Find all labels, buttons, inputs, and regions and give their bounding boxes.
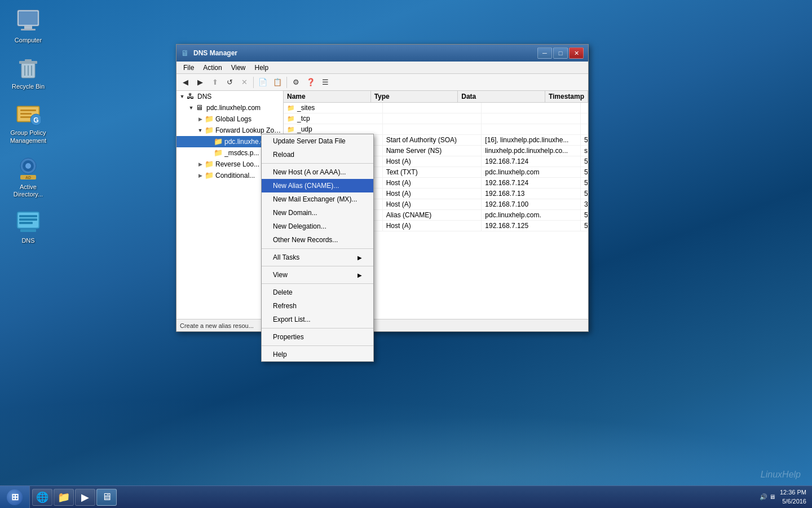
desktop-icons: Computer Recycle Bin [6,6,51,247]
dns-label: DNS [21,237,34,244]
ctx-view[interactable]: View ▶ [262,268,373,282]
a2-ts: 5/6/2016 1 [581,178,588,188]
pdc-zone-icon: 📁 [214,137,223,146]
dns-folder-icon: 🖧 [187,92,196,101]
window-title: DNS Manager [193,49,534,57]
tree-item-global-logs[interactable]: ▶ 📁 Global Logs [176,113,283,125]
ctx-sep5 [262,328,373,329]
group-policy-label: Group Policy Management [8,129,48,144]
pdc-server-icon: 🖥 [196,103,205,112]
taskbar-dns-mgr[interactable]: 🖥 [96,489,117,506]
explorer-icon: 📁 [58,491,70,503]
menu-action[interactable]: Action [198,62,226,73]
ctx-properties[interactable]: Properties [262,330,373,344]
reverse-icon: 📁 [205,160,214,169]
computer-icon[interactable]: Computer [6,6,51,46]
tree-global-logs-label: Global Logs [215,115,251,123]
toolbar-export[interactable]: 📄 [256,76,270,89]
taskbar-buttons: 🌐 📁 ▶ 🖥 [30,486,119,508]
udp-type [383,124,482,134]
tree-item-pdc[interactable]: ▼ 🖥 pdc.linuxhelp.com [176,102,283,113]
ctx-other-records[interactable]: Other New Records... [262,233,373,247]
svg-rect-24 [19,215,37,217]
ctx-new-host[interactable]: New Host (A or AAAA)... [262,165,373,179]
menu-help[interactable]: Help [250,62,273,73]
ctx-new-domain[interactable]: New Domain... [262,206,373,220]
toolbar-import[interactable]: 📋 [271,76,284,89]
a1-data: 192.168.7.124 [482,156,581,167]
status-text: Create a new alias resou... [180,322,254,329]
ctx-delete[interactable]: Delete [262,286,373,299]
col-type[interactable]: Type [371,91,458,102]
ctx-refresh[interactable]: Refresh [262,299,373,313]
ctx-new-alias[interactable]: New Alias (CNAME)... [262,179,373,192]
a3-data: 192.168.7.13 [482,189,581,199]
computer-icon-svg [15,9,41,34]
menu-view[interactable]: View [227,62,250,73]
ns-ts: static [581,146,588,156]
minimize-button[interactable]: ─ [537,47,552,59]
msdcs-expander [205,148,214,157]
toolbar-sep1 [253,77,254,88]
recycle-bin-icon-desktop[interactable]: Recycle Bin [6,52,51,93]
ctx-sep4 [262,283,373,284]
a2-data: 192.168.7.124 [482,178,581,188]
toolbar-up[interactable]: ⬆ [208,76,222,89]
ctx-reload[interactable]: Reload [262,148,373,161]
ctx-help[interactable]: Help [262,348,373,361]
maximize-button[interactable]: □ [553,47,568,59]
a3-ts: 5/6/2016 1 [581,189,588,199]
ctx-new-delegation[interactable]: New Delegation... [262,220,373,233]
toolbar-back[interactable]: ◀ [179,76,192,89]
tcp-data [482,113,581,124]
taskbar-explorer[interactable]: 📁 [54,489,74,506]
ctx-export-list[interactable]: Export List... [262,313,373,326]
toolbar-properties[interactable]: ⚙ [289,76,303,89]
soa-data: [16], linuxhelp.pdc.linuxhe... [482,135,581,145]
menu-file[interactable]: File [179,62,198,73]
tree-item-dns[interactable]: ▼ 🖧 DNS [176,91,283,102]
global-logs-icon: 📁 [205,115,214,124]
ctx-all-tasks[interactable]: All Tasks ▶ [262,251,373,264]
recycle-bin-svg [17,55,39,80]
taskbar-clock[interactable]: 12:36 PM 5/6/2016 [780,488,806,506]
col-timestamp[interactable]: Timestamp [545,91,588,102]
toolbar: ◀ ▶ ⬆ ↺ ✕ 📄 📋 ⚙ ❓ ☰ [176,74,588,91]
toolbar-help[interactable]: ❓ [304,76,317,89]
ns-type: Name Server (NS) [383,146,482,156]
svg-rect-2 [24,26,32,29]
detail-row-tcp[interactable]: 📁_tcp [284,113,588,124]
svg-rect-6 [25,59,32,62]
taskbar-media[interactable]: ▶ [75,489,95,506]
toolbar-refresh[interactable]: ↺ [223,76,236,89]
close-button[interactable]: ✕ [569,47,584,59]
ctx-new-mail[interactable]: New Mail Exchanger (MX)... [262,192,373,206]
dns-icon-desktop[interactable]: DNS [6,206,51,247]
svg-rect-3 [21,29,36,30]
ns-data: linuxhelp.pdc.linuxhelp.co... [482,146,581,156]
taskbar: ⊞ 🌐 📁 ▶ 🖥 🔊 🖥 12:36 PM 5/6/2016 [0,485,812,508]
taskbar-ie[interactable]: 🌐 [32,489,52,506]
udp-name: _udp [297,125,312,133]
forward-expander: ▼ [196,126,205,135]
ctx-update-server[interactable]: Update Server Data File [262,134,373,148]
start-button[interactable]: ⊞ [0,486,30,508]
tree-dns-label: DNS [197,93,211,100]
computer-label: Computer [15,37,42,44]
a4-ts: 3/9/26936 [581,199,588,209]
a5-data: 192.168.7.125 [482,221,581,231]
toolbar-forward[interactable]: ▶ [193,76,207,89]
window-titlebar[interactable]: 🖥 DNS Manager ─ □ ✕ [176,45,588,62]
col-name[interactable]: Name [284,91,371,102]
sites-name: _sites [297,104,315,112]
detail-row-sites[interactable]: 📁_sites [284,103,588,113]
toolbar-stop[interactable]: ✕ [237,76,251,89]
active-directory-icon[interactable]: AD Active Directory... [6,152,51,200]
tcp-name: _tcp [297,115,310,122]
pdc-expander: ▼ [187,103,196,112]
toolbar-view[interactable]: ☰ [319,76,332,89]
col-data[interactable]: Data [458,91,545,102]
group-policy-icon[interactable]: G Group Policy Management [6,98,51,146]
conditional-icon: 📁 [205,171,214,180]
window-controls: ─ □ ✕ [537,47,584,59]
